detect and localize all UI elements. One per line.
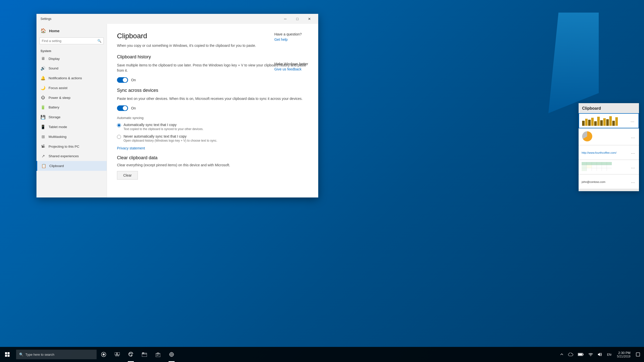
svg-rect-13: [5, 352, 7, 354]
taskbar-app-taskview[interactable]: [111, 347, 124, 362]
have-question-title: Have a question?: [274, 32, 302, 36]
radio-auto-label: Automatically sync text that I copy: [124, 123, 204, 127]
sidebar-search-box[interactable]: 🔍: [39, 37, 104, 44]
history-toggle-label: On: [131, 78, 136, 82]
clip-item-chart[interactable]: …: [579, 113, 639, 128]
tray-language[interactable]: ENG: [605, 347, 613, 362]
sidebar-item-sound[interactable]: 🔊 Sound: [36, 63, 107, 73]
svg-text:ENG: ENG: [607, 353, 612, 356]
clip-chart-more[interactable]: …: [629, 118, 635, 124]
sidebar-search-icon[interactable]: 🔍: [97, 39, 101, 43]
power-icon: ⏻: [41, 95, 46, 100]
radio-option-never[interactable]: Never automatically sync text that I cop…: [117, 134, 308, 142]
maximize-button[interactable]: □: [292, 15, 303, 23]
clip-email-more[interactable]: …: [630, 179, 636, 184]
edge-icon: [128, 352, 133, 357]
shared-icon: ↗: [41, 154, 46, 158]
sidebar-item-battery[interactable]: 🔋 Battery: [36, 102, 107, 112]
svg-rect-14: [8, 352, 10, 354]
tray-battery[interactable]: [576, 347, 585, 362]
store-icon: [156, 352, 160, 357]
taskbar-app-store[interactable]: [151, 347, 165, 362]
taskbar-app-settings[interactable]: [165, 347, 178, 362]
svg-rect-19: [115, 352, 117, 355]
svg-rect-30: [583, 354, 584, 355]
sidebar-item-clipboard[interactable]: 📋 Clipboard: [36, 161, 107, 171]
tray-show-hidden[interactable]: [559, 347, 565, 362]
clip-item-url[interactable]: http://www.fourthcoffee.com/ …: [579, 145, 639, 159]
sidebar-item-notifications[interactable]: 🔔 Notifications & actions: [36, 73, 107, 83]
sidebar-item-projecting[interactable]: 📽 Projecting to this PC: [36, 142, 107, 151]
chart-bars: [582, 116, 629, 126]
sidebar-item-tablet[interactable]: 📱 Tablet mode: [36, 122, 107, 132]
close-button[interactable]: ✕: [304, 15, 315, 23]
home-label: Home: [49, 29, 60, 33]
radio-auto-input[interactable]: [117, 123, 121, 127]
get-help-link[interactable]: Get help: [274, 37, 308, 42]
clear-button[interactable]: Clear: [117, 171, 138, 180]
sidebar-item-label-focus: Focus assist: [49, 86, 67, 90]
svg-rect-9: [582, 162, 612, 165]
tablet-icon: 📱: [41, 125, 46, 129]
tray-notification[interactable]: [634, 347, 641, 362]
sidebar-item-label-display: Display: [49, 57, 60, 61]
sync-toggle[interactable]: [117, 105, 128, 111]
start-button[interactable]: [0, 347, 15, 362]
minimize-button[interactable]: ─: [279, 15, 291, 23]
clipboard-panel-title: Clipboard: [579, 106, 639, 113]
radio-option-auto[interactable]: Automatically sync text that I copy Text…: [117, 123, 308, 131]
clip-item-email[interactable]: john@contoso.com …: [579, 175, 639, 189]
svg-rect-15: [5, 355, 7, 357]
sidebar-item-label-sound: Sound: [49, 66, 58, 70]
privacy-link[interactable]: Privacy statement: [117, 146, 145, 150]
clip-url-more[interactable]: …: [630, 150, 636, 155]
display-icon: 🖥: [41, 56, 46, 61]
give-feedback-link[interactable]: Give us feedback: [274, 67, 308, 71]
sidebar-item-storage[interactable]: 💾 Storage: [36, 112, 107, 122]
tray-volume[interactable]: [596, 347, 603, 362]
tray-wifi[interactable]: [587, 347, 594, 362]
cortana-icon: [101, 352, 106, 357]
chevron-up-icon: [560, 353, 563, 356]
taskbar-app-edge[interactable]: [124, 347, 137, 362]
clip-pie-more[interactable]: …: [630, 134, 636, 140]
radio-never-input[interactable]: [117, 135, 121, 139]
taskbar-app-cortana[interactable]: [97, 347, 110, 362]
sidebar: 🏠 Home 🔍 System 🖥 Display 🔊 Sound 🔔 Noti…: [36, 24, 107, 197]
settings-icon: [169, 352, 174, 357]
svg-rect-26: [156, 355, 158, 356]
clip-spreadsheet-preview: [582, 162, 630, 172]
sidebar-search-input[interactable]: [42, 39, 97, 43]
sidebar-home[interactable]: 🏠 Home: [36, 24, 107, 36]
sidebar-item-label-shared: Shared experiences: [49, 154, 79, 158]
sidebar-item-label-storage: Storage: [49, 115, 60, 119]
svg-rect-29: [578, 354, 582, 355]
clip-spreadsheet-more[interactable]: …: [630, 164, 636, 170]
svg-point-18: [103, 353, 105, 355]
sidebar-item-multitasking[interactable]: ⊞ Multitasking: [36, 132, 107, 142]
notification-icon: [636, 352, 640, 356]
sidebar-item-label-power: Power & sleep: [49, 96, 70, 100]
history-toggle[interactable]: [117, 77, 128, 83]
taskbar-left: 🔍 Type here to search: [0, 347, 178, 362]
taskview-icon: [115, 352, 120, 356]
sidebar-item-label-multitasking: Multitasking: [49, 135, 66, 139]
sidebar-item-label-tablet: Tablet mode: [49, 125, 67, 129]
taskbar-clock[interactable]: 2:30 PM 5/21/2019: [615, 347, 633, 362]
taskbar-right: ENG 2:30 PM 5/21/2019: [559, 347, 644, 362]
taskbar-app-explorer[interactable]: [138, 347, 151, 362]
sidebar-item-shared[interactable]: ↗ Shared experiences: [36, 151, 107, 161]
auto-sync-label: Automatic syncing: [117, 116, 308, 120]
sidebar-item-power[interactable]: ⏻ Power & sleep: [36, 93, 107, 102]
taskbar-search-bar[interactable]: 🔍 Type here to search: [16, 350, 97, 359]
clip-item-spreadsheet[interactable]: …: [579, 160, 639, 174]
settings-window: Settings ─ □ ✕ 🏠 Home 🔍 System 🖥 Display: [36, 14, 318, 197]
onedrive-icon: [568, 353, 573, 356]
window-controls: ─ □ ✕: [279, 15, 315, 23]
tray-onedrive[interactable]: [566, 347, 575, 362]
clip-item-pie[interactable]: …: [579, 129, 639, 145]
sidebar-item-display[interactable]: 🖥 Display: [36, 54, 107, 63]
storage-icon: 💾: [41, 115, 46, 119]
sidebar-item-focus[interactable]: 🌙 Focus assist: [36, 83, 107, 93]
explorer-icon: [142, 352, 147, 357]
